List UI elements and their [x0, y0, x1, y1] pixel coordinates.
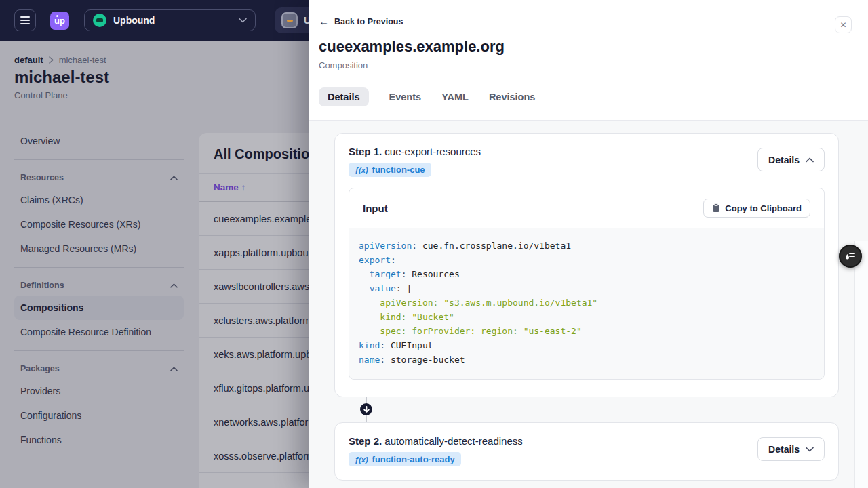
step-1-header: Step 1. cue-export-resources ƒ(x) functi… [335, 134, 838, 190]
tab-bar: Details Events YAML Revisions [319, 87, 852, 106]
copy-to-clipboard-button[interactable]: Copy to Clipboard [703, 199, 810, 218]
panel-title: cueexamples.example.org [319, 38, 852, 56]
step-1-details-button[interactable]: Details [757, 148, 825, 171]
resource-type-label: Composition [319, 60, 852, 70]
pipeline-step-2-card: Step 2. automatically-detect-readiness ƒ… [334, 422, 839, 481]
input-card-header: Input Copy to Clipboard [349, 188, 824, 228]
code-line: export: [359, 253, 814, 267]
scrollbar-gutter[interactable] [854, 241, 868, 488]
code-line: value: | [359, 281, 814, 296]
back-arrow-icon: ← [319, 16, 329, 26]
chevron-down-icon [239, 18, 247, 23]
function-badge: ƒ(x) function-cue [349, 163, 431, 177]
feedback-widget-button[interactable] [839, 245, 862, 268]
step-2-header: Step 2. automatically-detect-readiness ƒ… [335, 423, 838, 480]
code-line: target: Resources [359, 267, 814, 281]
step-1-title: Step 1. cue-export-resources [349, 146, 481, 157]
code-line: kind: CUEInput [359, 338, 814, 352]
account-avatar [281, 12, 298, 28]
logo-dot [56, 15, 58, 17]
org-avatar-icon [93, 14, 106, 27]
code-line: spec: forProvider: region: "us-east-2" [359, 324, 814, 338]
feedback-icon [845, 251, 856, 261]
clipboard-icon [712, 203, 720, 213]
chevron-down-icon [806, 447, 814, 452]
chevron-up-icon [806, 157, 814, 163]
function-icon: ƒ(x) [355, 455, 368, 464]
org-selector-label: Upbound [113, 15, 155, 26]
hamburger-icon [20, 16, 30, 18]
close-button[interactable]: ✕ [835, 16, 852, 33]
screen: up Upbound U default michael-test michae… [0, 0, 868, 488]
code-line: apiVersion: "s3.aws.m.upbound.io/v1beta1… [359, 296, 814, 310]
tab-events[interactable]: Events [389, 87, 422, 106]
back-to-previous-link[interactable]: ← Back to Previous [319, 16, 403, 26]
code-line: apiVersion: cue.fn.crossplane.io/v1beta1 [359, 239, 814, 253]
step-2-details-button[interactable]: Details [757, 437, 825, 461]
code-line: name: storage-bucket [359, 352, 814, 367]
yaml-input-code-block: apiVersion: cue.fn.crossplane.io/v1beta1… [349, 228, 824, 379]
menu-button[interactable] [14, 9, 36, 31]
pipeline-step-1-card: Step 1. cue-export-resources ƒ(x) functi… [334, 133, 839, 397]
code-line: kind: "Bucket" [359, 310, 814, 324]
pipeline-connector [334, 397, 839, 422]
panel-content: Step 1. cue-export-resources ƒ(x) functi… [309, 121, 868, 488]
tab-yaml[interactable]: YAML [441, 87, 469, 106]
org-selector-dropdown[interactable]: Upbound [84, 9, 256, 31]
input-card: Input Copy to Clipboard apiVersion: cue.… [349, 188, 825, 380]
arrow-down-circle-icon [360, 403, 372, 415]
composition-detail-panel: ← Back to Previous cueexamples.example.o… [309, 0, 868, 488]
tab-revisions[interactable]: Revisions [489, 87, 536, 106]
upbound-logo[interactable]: up [50, 12, 69, 30]
panel-header: ← Back to Previous cueexamples.example.o… [309, 0, 868, 121]
function-badge: ƒ(x) function-auto-ready [349, 452, 461, 466]
close-icon: ✕ [840, 20, 846, 30]
step-2-title: Step 2. automatically-detect-readiness [349, 435, 523, 447]
function-icon: ƒ(x) [355, 166, 368, 174]
logo-text: up [54, 16, 65, 26]
input-title: Input [363, 203, 388, 214]
tab-details[interactable]: Details [319, 87, 369, 106]
